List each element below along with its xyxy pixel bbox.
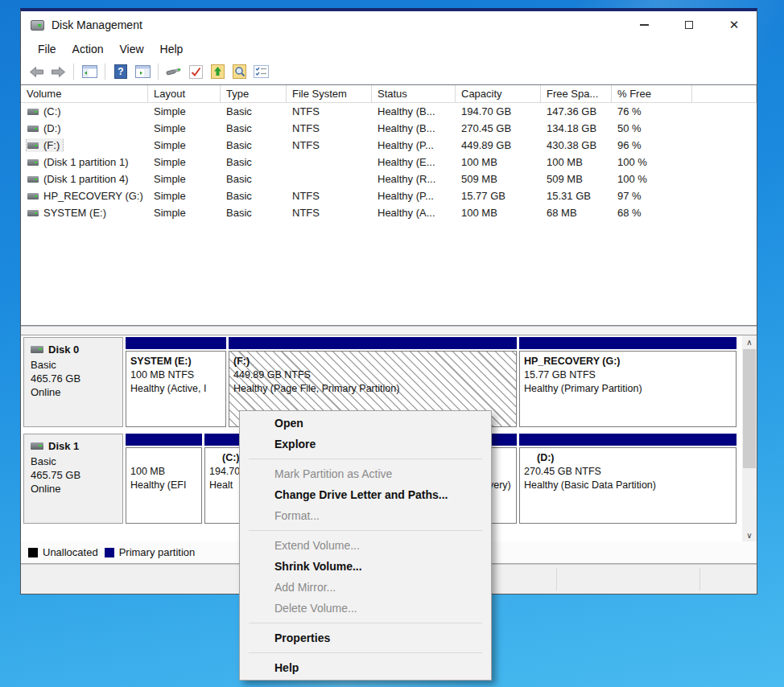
vertical-scrollbar[interactable]: ∧ ∨	[742, 335, 757, 541]
scroll-up-icon[interactable]: ∧	[742, 335, 757, 348]
partition-color-bar	[126, 434, 202, 446]
volume-icon	[27, 159, 39, 166]
table-row-selected[interactable]: (F:) Simple Basic NTFS Healthy (P... 449…	[21, 137, 757, 154]
toolbar: ?	[21, 60, 757, 84]
menu-item-shrink-volume[interactable]: Shrink Volume...	[240, 556, 491, 577]
maximize-button[interactable]	[666, 11, 712, 39]
volume-icon	[27, 125, 39, 132]
volume-list-pane: Volume Layout Type File System Status Ca…	[21, 84, 757, 326]
disk-0-label[interactable]: Disk 0 Basic 465.76 GB Online	[23, 337, 123, 427]
disk-status: Online	[31, 385, 116, 399]
partition-system-e[interactable]: SYSTEM (E:) 100 MB NTFS Healthy (Active,…	[126, 337, 226, 427]
help-icon[interactable]: ?	[112, 63, 130, 80]
status-bar-divider	[556, 568, 557, 590]
menu-file[interactable]: File	[30, 41, 64, 57]
minimize-button[interactable]	[621, 11, 666, 39]
show-action-pane-icon[interactable]	[134, 63, 151, 80]
minimize-icon	[640, 24, 649, 26]
pane-splitter[interactable]	[21, 326, 757, 335]
table-row[interactable]: (C:) Simple Basic NTFS Healthy (B... 194…	[21, 103, 757, 120]
volume-icon	[27, 210, 39, 216]
checklist-icon[interactable]	[252, 63, 270, 80]
disk-kind: Basic	[31, 455, 116, 468]
toolbar-separator	[73, 64, 74, 80]
column-header-status[interactable]: Status	[372, 85, 456, 102]
table-row[interactable]: (D:) Simple Basic NTFS Healthy (B... 270…	[21, 120, 757, 137]
column-header-layout[interactable]: Layout	[148, 85, 221, 102]
menu-item-extend-volume: Extend Volume...	[240, 535, 491, 556]
partition-hp-recovery-g[interactable]: HP_RECOVERY (G:) 15.77 GB NTFS Healthy (…	[519, 337, 737, 427]
volume-icon	[27, 142, 39, 149]
legend-unallocated: Unallocated	[28, 546, 98, 558]
scroll-down-icon[interactable]: ∨	[742, 529, 757, 541]
toolbar-separator	[158, 64, 159, 80]
menu-separator	[249, 459, 482, 459]
table-row[interactable]: (Disk 1 partition 4) Simple Basic Health…	[21, 171, 757, 187]
column-header-file-system[interactable]: File System	[287, 85, 372, 102]
volume-icon	[27, 176, 39, 183]
maximize-icon	[685, 21, 693, 29]
partition-efi[interactable]: 100 MB Healthy (EFI	[126, 434, 202, 524]
partition-color-bar	[229, 337, 517, 349]
mark-check-icon[interactable]	[187, 63, 204, 80]
menu-help[interactable]: Help	[152, 41, 192, 57]
disk-1-label[interactable]: Disk 1 Basic 465.75 GB Online	[23, 434, 123, 524]
menu-item-mark-partition-active: Mark Partition as Active	[240, 463, 491, 484]
unallocated-color-swatch	[28, 548, 38, 557]
column-header-capacity[interactable]: Capacity	[456, 85, 541, 102]
disk-icon	[31, 346, 43, 353]
table-row[interactable]: (Disk 1 partition 1) Simple Basic Health…	[21, 154, 757, 171]
menu-separator	[249, 530, 482, 531]
toolbar-separator	[105, 64, 105, 80]
legend-primary-partition: Primary partition	[105, 546, 196, 558]
back-icon[interactable]	[27, 63, 45, 80]
window-title: Disk Management	[52, 19, 142, 31]
menu-item-open[interactable]: Open	[240, 413, 491, 434]
column-header-blank	[692, 85, 757, 102]
context-menu: Open Explore Mark Partition as Active Ch…	[239, 410, 492, 681]
disk-drive-app-icon	[31, 20, 44, 31]
volume-table-header: Volume Layout Type File System Status Ca…	[21, 85, 757, 103]
device-icon[interactable]	[165, 63, 183, 80]
partition-color-bar	[519, 434, 737, 446]
menu-separator	[249, 623, 482, 623]
partition-d[interactable]: (D:) 270.45 GB NTFS Healthy (Basic Data …	[519, 434, 737, 524]
primary-partition-color-swatch	[105, 548, 114, 557]
disk-status: Online	[31, 482, 116, 496]
menu-item-properties[interactable]: Properties	[240, 627, 491, 648]
folder-up-icon[interactable]	[208, 63, 226, 80]
table-row[interactable]: HP_RECOVERY (G:) Simple Basic NTFS Healt…	[21, 187, 757, 204]
folder-search-icon[interactable]	[230, 63, 248, 80]
scrollbar-thumb[interactable]	[743, 349, 756, 468]
column-header-free-space[interactable]: Free Spa...	[541, 85, 612, 102]
show-console-tree-icon[interactable]	[80, 63, 98, 80]
table-row[interactable]: SYSTEM (E:) Simple Basic NTFS Healthy (A…	[21, 204, 757, 221]
close-icon: ✕	[729, 18, 740, 32]
menu-item-help[interactable]: Help	[240, 657, 491, 678]
column-header-type[interactable]: Type	[221, 85, 287, 102]
disk-size: 465.75 GB	[31, 468, 116, 482]
svg-text:?: ?	[118, 66, 123, 77]
menu-item-add-mirror: Add Mirror...	[240, 577, 491, 598]
forward-icon[interactable]	[49, 63, 67, 80]
disk-size: 465.76 GB	[31, 372, 116, 385]
menu-item-format: Format...	[240, 505, 491, 526]
close-button[interactable]: ✕	[712, 11, 757, 39]
status-bar-divider	[699, 568, 700, 590]
menu-item-change-drive-letter[interactable]: Change Drive Letter and Paths...	[240, 484, 491, 505]
disk-kind: Basic	[31, 358, 116, 372]
menu-action[interactable]: Action	[64, 41, 112, 57]
menu-view[interactable]: View	[111, 41, 151, 57]
menu-separator	[249, 652, 482, 653]
partition-color-bar	[126, 337, 226, 349]
column-header-volume[interactable]: Volume	[21, 85, 148, 102]
menu-item-explore[interactable]: Explore	[240, 434, 491, 455]
menu-bar: File Action View Help	[21, 39, 757, 60]
title-bar[interactable]: Disk Management ✕	[21, 11, 757, 39]
volume-icon	[27, 109, 39, 115]
disk-icon	[31, 442, 43, 450]
volume-icon	[27, 193, 39, 200]
menu-item-delete-volume: Delete Volume...	[240, 598, 491, 619]
partition-color-bar	[519, 337, 737, 349]
column-header-pct-free[interactable]: % Free	[612, 85, 692, 102]
